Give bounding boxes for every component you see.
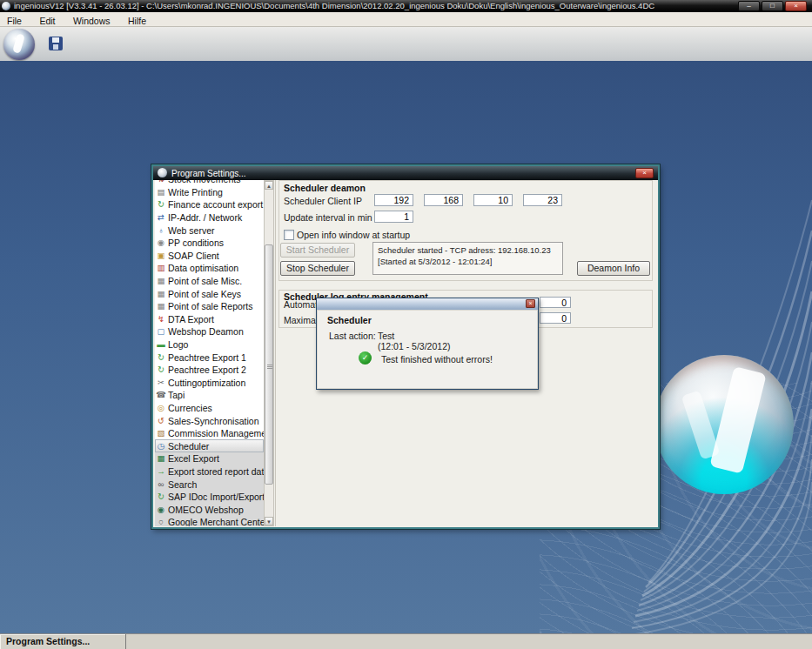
minimize-icon[interactable]: –: [738, 1, 760, 11]
toolbar: [0, 27, 812, 61]
ip-octet-4-field[interactable]: [523, 194, 562, 206]
sidebar-item[interactable]: ▣SOAP Client: [155, 250, 264, 263]
stock-movements-icon: ⇅: [155, 180, 167, 185]
sidebar-item-label: IP-Addr. / Network: [167, 212, 242, 223]
sidebar-item[interactable]: ⇄IP-Addr. / Network: [155, 211, 264, 224]
scroll-down-icon[interactable]: ▼: [265, 517, 273, 525]
ip-octet-3-field[interactable]: [473, 194, 513, 206]
menu-file[interactable]: File: [0, 14, 29, 28]
sidebar-item[interactable]: ◉OMECO Webshop: [155, 503, 264, 516]
menu-windows[interactable]: Windows: [66, 14, 117, 28]
conditions-icon: ◉: [155, 237, 167, 249]
log-row1-field[interactable]: [540, 297, 571, 308]
last-action-value: Test: [378, 331, 394, 341]
sidebar-item[interactable]: ▦Point of sale Reports: [155, 300, 264, 313]
sidebar-item[interactable]: ☎Tapi: [155, 389, 264, 402]
scroll-up-icon[interactable]: ▲: [265, 181, 273, 190]
list-scrollbar[interactable]: ▲ ▼: [264, 180, 274, 526]
sidebar-item[interactable]: ▦Excel Export: [155, 452, 264, 465]
ip-octet-1-field[interactable]: [374, 194, 413, 206]
sidebar-item-label: Point of sale Reports: [167, 301, 252, 311]
log-row2-field[interactable]: [540, 312, 571, 324]
sidebar-item[interactable]: ▢Webshop Deamon: [155, 325, 264, 338]
daemon-info-button[interactable]: Deamon Info: [577, 261, 650, 276]
sidebar-item[interactable]: ↻Finance account export: [155, 198, 264, 211]
task-tab-program-settings[interactable]: Program Settings...: [0, 634, 126, 649]
sidebar-item[interactable]: ✂Cuttingoptimization: [155, 377, 264, 390]
scheduler-status-box: Scheduler started - TCP adress: 192.168.…: [372, 242, 563, 275]
client-ip-label: Scheduler Client IP: [284, 196, 362, 206]
sidebar-item[interactable]: ○Google Merchant Center: [155, 516, 264, 526]
main-titlebar: ingeniousV12 [V3.3.41 - 26.03.12] - C:\U…: [0, 0, 812, 12]
sidebar-item-selected[interactable]: ◷Scheduler: [155, 439, 264, 452]
sidebar-item-label: Tapi: [167, 390, 185, 400]
scrollbar-thumb[interactable]: [265, 244, 273, 485]
printer-icon: ▤: [155, 186, 167, 198]
sidebar-item[interactable]: ∞Search: [155, 478, 264, 491]
sidebar-item[interactable]: ↻SAP IDoc Import/Export: [155, 491, 264, 504]
ip-octet-2-field[interactable]: [424, 194, 463, 206]
sidebar-item-label: Scheduler: [167, 441, 209, 452]
sidebar-item[interactable]: ▧Commission Management: [155, 427, 264, 440]
sidebar-item-label: Point of sale Misc.: [167, 276, 242, 286]
save-button[interactable]: [45, 33, 66, 54]
window-controls: – □ ×: [738, 1, 807, 11]
popup-close-icon[interactable]: ×: [526, 299, 535, 308]
sidebar-item[interactable]: ↻Peachtree Export 2: [155, 364, 264, 377]
update-interval-field[interactable]: [374, 211, 413, 223]
menu-edit[interactable]: Edit: [32, 14, 62, 28]
group-title-scheduler-daemon: Scheduler deamon: [284, 183, 366, 193]
sidebar-item[interactable]: ↺Sales-Synchronisation: [155, 414, 264, 427]
sidebar-item[interactable]: ♁Web server: [155, 224, 264, 237]
sidebar-item[interactable]: ↯DTA Export: [155, 313, 264, 326]
sidebar-item-label: Cuttingoptimization: [167, 378, 245, 388]
magnifier-icon: ○: [155, 516, 167, 526]
sidebar-item[interactable]: ▦Point of sale Misc.: [155, 275, 264, 288]
export-arrows-icon: ↻: [155, 351, 167, 364]
report-export-icon: →: [155, 465, 167, 478]
dialog-close-icon[interactable]: ×: [635, 168, 654, 178]
start-scheduler-button[interactable]: Start Scheduler: [280, 243, 355, 258]
sidebar-item-label: Excel Export: [167, 453, 219, 464]
sidebar-item-label: Sales-Synchronisation: [167, 416, 258, 426]
sidebar-item[interactable]: ▥Data optimisation: [155, 262, 264, 275]
sidebar-item[interactable]: ▬Logo: [155, 338, 264, 351]
sidebar-item[interactable]: →Export stored report data: [155, 465, 264, 478]
menu-hilfe[interactable]: Hilfe: [121, 14, 153, 28]
maximize-icon[interactable]: □: [762, 1, 783, 11]
popup-titlebar[interactable]: ×: [317, 298, 538, 311]
sidebar-item-label: Logo: [167, 339, 188, 350]
sidebar-item-label: Peachtree Export 1: [167, 352, 246, 363]
sidebar-item[interactable]: ◉PP conditions: [155, 237, 264, 250]
sidebar-item[interactable]: ▤Write Printing: [155, 186, 264, 199]
close-icon[interactable]: ×: [785, 1, 807, 11]
popup-body: Scheduler Last action: Test (12:01 - 5/3…: [317, 310, 538, 389]
sidebar-item[interactable]: ↻Peachtree Export 1: [155, 351, 264, 364]
coins-icon: ◎: [155, 402, 167, 414]
sidebar-item-label: Stock movements: [167, 180, 240, 184]
cash-register-icon: ▦: [155, 288, 167, 300]
cash-register-icon: ▦: [155, 275, 167, 287]
sidebar-item[interactable]: ▦Point of sale Keys: [155, 287, 264, 300]
sidebar-item[interactable]: ⇅Stock movements: [155, 180, 264, 186]
sidebar-item-label: Data optimisation: [167, 263, 238, 273]
scheduler-status-line1: Scheduler started - TCP adress: 192.168.…: [378, 244, 558, 256]
open-info-checkbox-label: Open info window at startup: [297, 230, 410, 240]
soap-client-icon: ▣: [155, 250, 167, 262]
image-icon: ▬: [155, 338, 167, 351]
webshop-icon: ◉: [155, 504, 167, 516]
sidebar-item[interactable]: ◎Currencies: [155, 402, 264, 415]
stop-scheduler-button[interactable]: Stop Scheduler: [280, 261, 355, 276]
last-action-label: Last action:: [329, 331, 376, 341]
clock-icon: ◷: [155, 440, 167, 452]
open-info-checkbox[interactable]: [284, 230, 294, 240]
sidebar-item-label: Webshop Deamon: [167, 326, 244, 337]
update-interval-label: Update interval in min: [284, 212, 372, 223]
export-arrows-icon: ↻: [155, 198, 167, 211]
scissors-icon: ✂: [155, 377, 167, 389]
application-window: ingeniousV12 [V3.3.41 - 26.03.12] - C:\U…: [0, 0, 812, 649]
sidebar-item-label: SAP IDoc Import/Export: [167, 492, 264, 502]
popup-heading: Scheduler: [327, 315, 372, 325]
dialog-titlebar[interactable]: Program Settings... ×: [153, 166, 658, 180]
monitor-icon: ▢: [155, 325, 167, 338]
